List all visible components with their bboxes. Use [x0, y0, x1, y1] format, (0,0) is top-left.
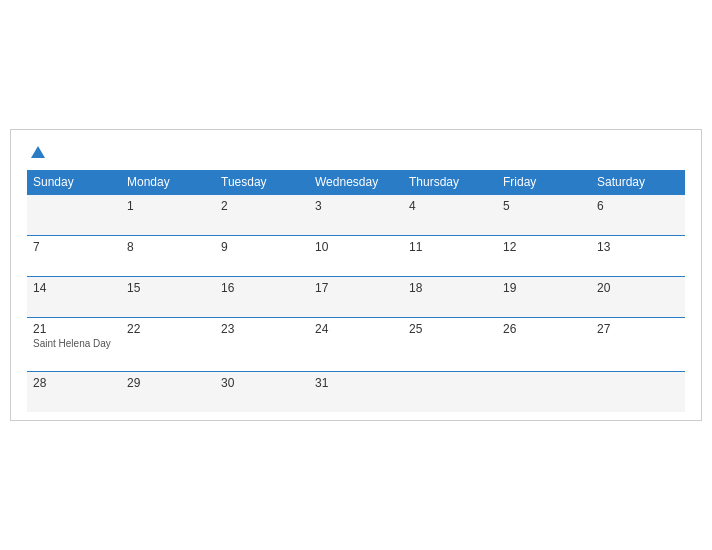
calendar-cell: 9 — [215, 236, 309, 277]
calendar-cell: 2 — [215, 195, 309, 236]
calendar-week-row: 21Saint Helena Day222324252627 — [27, 318, 685, 372]
day-number: 18 — [409, 281, 422, 295]
calendar-cell: 12 — [497, 236, 591, 277]
calendar-cell: 15 — [121, 277, 215, 318]
calendar-cell: 26 — [497, 318, 591, 372]
calendar-week-row: 78910111213 — [27, 236, 685, 277]
calendar-cell — [497, 372, 591, 413]
logo-blue-text — [27, 146, 45, 158]
calendar-week-row: 28293031 — [27, 372, 685, 413]
day-number: 10 — [315, 240, 328, 254]
day-number: 30 — [221, 376, 234, 390]
day-number: 31 — [315, 376, 328, 390]
weekday-header-row: SundayMondayTuesdayWednesdayThursdayFrid… — [27, 170, 685, 195]
calendar-cell: 27 — [591, 318, 685, 372]
calendar-cell — [591, 372, 685, 413]
calendar-cell: 11 — [403, 236, 497, 277]
calendar-cell: 7 — [27, 236, 121, 277]
calendar-cell — [403, 372, 497, 413]
weekday-header-friday: Friday — [497, 170, 591, 195]
calendar-cell: 23 — [215, 318, 309, 372]
day-number: 16 — [221, 281, 234, 295]
calendar-cell: 24 — [309, 318, 403, 372]
calendar-cell: 5 — [497, 195, 591, 236]
day-number: 23 — [221, 322, 234, 336]
weekday-header-sunday: Sunday — [27, 170, 121, 195]
calendar-table: SundayMondayTuesdayWednesdayThursdayFrid… — [27, 170, 685, 412]
calendar-cell: 19 — [497, 277, 591, 318]
day-number: 6 — [597, 199, 604, 213]
day-number: 7 — [33, 240, 40, 254]
day-number: 14 — [33, 281, 46, 295]
weekday-header-thursday: Thursday — [403, 170, 497, 195]
day-number: 3 — [315, 199, 322, 213]
day-number: 13 — [597, 240, 610, 254]
day-number: 26 — [503, 322, 516, 336]
calendar-cell: 16 — [215, 277, 309, 318]
day-number: 2 — [221, 199, 228, 213]
calendar-container: SundayMondayTuesdayWednesdayThursdayFrid… — [10, 129, 702, 421]
day-number: 17 — [315, 281, 328, 295]
calendar-week-row: 14151617181920 — [27, 277, 685, 318]
day-number: 29 — [127, 376, 140, 390]
calendar-cell: 8 — [121, 236, 215, 277]
day-number: 11 — [409, 240, 422, 254]
calendar-cell — [27, 195, 121, 236]
weekday-header-wednesday: Wednesday — [309, 170, 403, 195]
calendar-cell: 18 — [403, 277, 497, 318]
calendar-cell: 4 — [403, 195, 497, 236]
calendar-cell: 30 — [215, 372, 309, 413]
day-number: 24 — [315, 322, 328, 336]
calendar-cell: 10 — [309, 236, 403, 277]
day-number: 8 — [127, 240, 134, 254]
calendar-cell: 1 — [121, 195, 215, 236]
calendar-cell: 28 — [27, 372, 121, 413]
calendar-cell: 6 — [591, 195, 685, 236]
day-number: 28 — [33, 376, 46, 390]
weekday-header-monday: Monday — [121, 170, 215, 195]
day-number: 9 — [221, 240, 228, 254]
day-number: 20 — [597, 281, 610, 295]
day-number: 1 — [127, 199, 134, 213]
calendar-cell: 22 — [121, 318, 215, 372]
calendar-cell: 21Saint Helena Day — [27, 318, 121, 372]
calendar-cell: 14 — [27, 277, 121, 318]
calendar-cell: 25 — [403, 318, 497, 372]
day-number: 25 — [409, 322, 422, 336]
calendar-cell: 13 — [591, 236, 685, 277]
calendar-cell: 29 — [121, 372, 215, 413]
day-number: 21 — [33, 322, 46, 336]
calendar-week-row: 123456 — [27, 195, 685, 236]
calendar-cell: 31 — [309, 372, 403, 413]
day-number: 15 — [127, 281, 140, 295]
weekday-header-saturday: Saturday — [591, 170, 685, 195]
day-number: 4 — [409, 199, 416, 213]
day-number: 27 — [597, 322, 610, 336]
day-number: 22 — [127, 322, 140, 336]
weekday-header-tuesday: Tuesday — [215, 170, 309, 195]
holiday-label: Saint Helena Day — [33, 338, 115, 349]
calendar-cell: 3 — [309, 195, 403, 236]
day-number: 12 — [503, 240, 516, 254]
logo-triangle-icon — [31, 146, 45, 158]
calendar-cell: 17 — [309, 277, 403, 318]
day-number: 5 — [503, 199, 510, 213]
calendar-cell: 20 — [591, 277, 685, 318]
calendar-header — [27, 146, 685, 158]
day-number: 19 — [503, 281, 516, 295]
logo — [27, 146, 45, 158]
